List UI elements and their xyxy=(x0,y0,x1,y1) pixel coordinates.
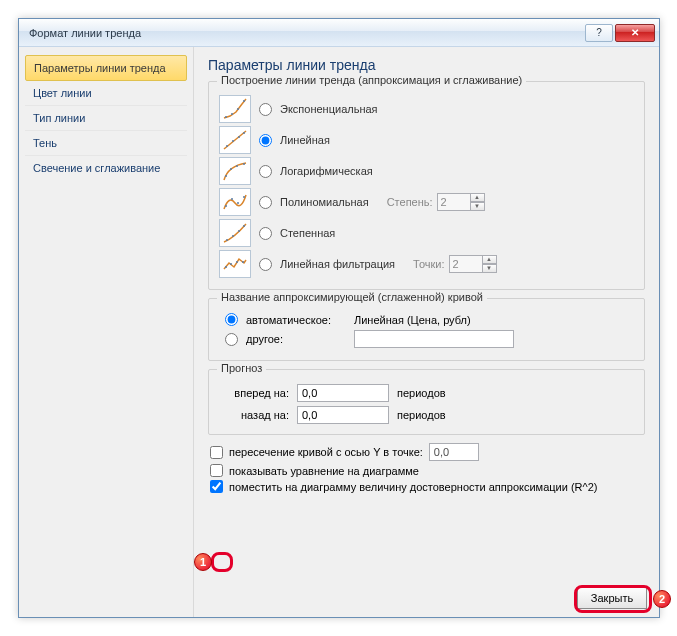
svg-point-11 xyxy=(236,165,238,167)
nav-line-color[interactable]: Цвет линии xyxy=(25,81,187,106)
svg-point-3 xyxy=(243,100,245,102)
page-title: Параметры линии тренда xyxy=(208,57,645,73)
badge-2: 2 xyxy=(653,590,671,608)
svg-point-23 xyxy=(236,261,238,263)
label-name-auto: автоматическое: xyxy=(246,314,346,326)
svg-point-14 xyxy=(231,198,233,200)
spin-up-icon: ▲ xyxy=(471,193,485,202)
checkbox-r2[interactable] xyxy=(210,480,223,493)
svg-point-19 xyxy=(238,230,240,232)
spin-up-icon: ▲ xyxy=(483,255,497,264)
nav-glow[interactable]: Свечение и сглаживание xyxy=(25,156,187,180)
svg-point-7 xyxy=(238,136,240,138)
window-title: Формат линии тренда xyxy=(29,27,583,39)
svg-point-24 xyxy=(242,261,244,263)
svg-point-2 xyxy=(237,108,239,110)
forward-unit: периодов xyxy=(397,387,446,399)
label-equation: показывать уравнение на диаграмме xyxy=(229,465,419,477)
group-forecast-legend: Прогноз xyxy=(217,362,266,374)
svg-point-5 xyxy=(226,145,228,147)
radio-exponential[interactable] xyxy=(259,103,272,116)
period-spinner[interactable]: ▲▼ xyxy=(449,255,497,273)
label-intercept: пересечение кривой с осью Y в точке: xyxy=(229,446,423,458)
backward-unit: периодов xyxy=(397,409,446,421)
backward-input[interactable] xyxy=(297,406,389,424)
close-button[interactable]: Закрыть xyxy=(577,587,647,609)
svg-point-15 xyxy=(237,202,239,204)
svg-point-6 xyxy=(232,140,234,142)
degree-label: Степень: xyxy=(387,196,433,208)
forward-label: вперед на: xyxy=(225,387,289,399)
label-r2: поместить на диаграмму величину достовер… xyxy=(229,481,597,493)
moving-average-icon xyxy=(219,250,251,278)
group-trend-type: Построение линии тренда (аппроксимация и… xyxy=(208,81,645,290)
label-power: Степенная xyxy=(280,227,335,239)
period-input xyxy=(449,255,483,273)
logarithmic-icon xyxy=(219,157,251,185)
label-name-custom: другое: xyxy=(246,333,346,345)
svg-point-20 xyxy=(243,225,245,227)
nav-shadow[interactable]: Тень xyxy=(25,131,187,156)
svg-point-16 xyxy=(243,196,245,198)
backward-label: назад на: xyxy=(225,409,289,421)
svg-point-10 xyxy=(230,168,232,170)
group-forecast: Прогноз вперед на: периодов назад на: пе… xyxy=(208,369,645,435)
radio-moving-average[interactable] xyxy=(259,258,272,271)
svg-point-21 xyxy=(225,266,227,268)
intercept-input[interactable] xyxy=(429,443,479,461)
svg-point-22 xyxy=(230,263,232,265)
help-button[interactable]: ? xyxy=(585,24,613,42)
custom-name-input[interactable] xyxy=(354,330,514,348)
sidebar: Параметры линии тренда Цвет линии Тип ли… xyxy=(19,47,194,617)
label-moving-average: Линейная фильтрация xyxy=(280,258,395,270)
exponential-icon xyxy=(219,95,251,123)
degree-input xyxy=(437,193,471,211)
nav-line-style[interactable]: Тип линии xyxy=(25,106,187,131)
svg-point-0 xyxy=(225,116,227,118)
spin-down-icon: ▼ xyxy=(471,202,485,211)
forward-input[interactable] xyxy=(297,384,389,402)
svg-point-8 xyxy=(243,132,245,134)
group-trend-type-legend: Построение линии тренда (аппроксимация и… xyxy=(217,74,526,86)
radio-logarithmic[interactable] xyxy=(259,165,272,178)
polynomial-icon xyxy=(219,188,251,216)
dialog-window: Формат линии тренда ? ✕ Параметры линии … xyxy=(18,18,660,618)
label-exponential: Экспоненциальная xyxy=(280,103,378,115)
period-label: Точки: xyxy=(413,258,444,270)
spin-down-icon: ▼ xyxy=(483,264,497,273)
svg-point-17 xyxy=(226,239,228,241)
group-trend-name-legend: Название аппроксимирующей (сглаженной) к… xyxy=(217,291,487,303)
svg-point-12 xyxy=(243,163,245,165)
svg-point-13 xyxy=(225,205,227,207)
radio-linear[interactable] xyxy=(259,134,272,147)
nav-trendline-options[interactable]: Параметры линии тренда xyxy=(25,55,187,81)
radio-name-auto[interactable] xyxy=(225,313,238,326)
svg-point-9 xyxy=(225,175,227,177)
label-linear: Линейная xyxy=(280,134,330,146)
degree-spinner[interactable]: ▲▼ xyxy=(437,193,485,211)
power-icon xyxy=(219,219,251,247)
radio-name-custom[interactable] xyxy=(225,333,238,346)
radio-polynomial[interactable] xyxy=(259,196,272,209)
main-panel: Параметры линии тренда Построение линии … xyxy=(194,47,659,617)
radio-power[interactable] xyxy=(259,227,272,240)
label-logarithmic: Логарифмическая xyxy=(280,165,373,177)
linear-icon xyxy=(219,126,251,154)
titlebar[interactable]: Формат линии тренда ? ✕ xyxy=(19,19,659,47)
svg-point-1 xyxy=(231,113,233,115)
group-trend-name: Название аппроксимирующей (сглаженной) к… xyxy=(208,298,645,361)
checkbox-equation[interactable] xyxy=(210,464,223,477)
close-window-button[interactable]: ✕ xyxy=(615,24,655,42)
badge-1: 1 xyxy=(194,553,212,571)
label-polynomial: Полиномиальная xyxy=(280,196,369,208)
svg-point-18 xyxy=(232,235,234,237)
checkbox-intercept[interactable] xyxy=(210,446,223,459)
auto-name-value: Линейная (Цена, рубл) xyxy=(354,314,471,326)
